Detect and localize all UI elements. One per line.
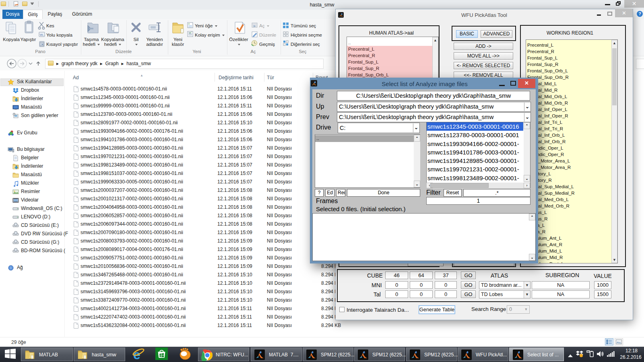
svg-text:W..: W.. (40, 33, 45, 37)
